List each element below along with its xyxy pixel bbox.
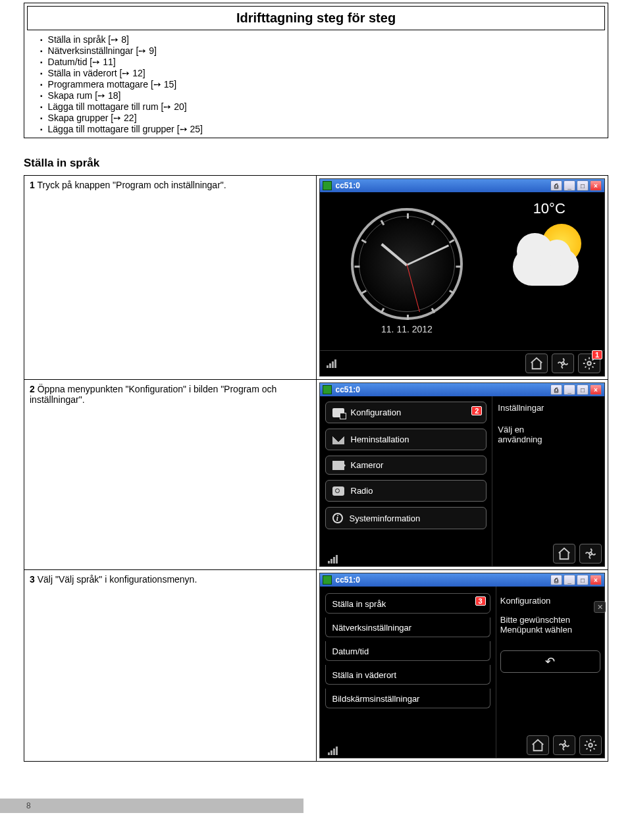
step-text: Öppna menypunkten "Konfiguration" i bild… xyxy=(30,384,276,405)
menu-item-kameror[interactable]: Kameror xyxy=(325,456,487,475)
gear-icon xyxy=(583,738,598,752)
minimize-button[interactable]: _ xyxy=(564,384,575,395)
menu-item-systeminformation[interactable]: i Systeminformation xyxy=(325,507,487,529)
toc-item: Ställa in språk [➙ 8] xyxy=(40,34,605,45)
print-icon[interactable]: ⎙ xyxy=(550,575,562,585)
scroll-handle[interactable]: ✕ xyxy=(594,601,606,616)
fan-button[interactable] xyxy=(553,735,575,755)
minute-hand xyxy=(406,245,449,266)
menu-item-konfiguration[interactable]: Konfiguration 2 xyxy=(325,402,487,423)
toc-item: Programmera mottagare [➙ 15] xyxy=(40,79,605,90)
steps-table: 1 Tryck på knappen "Program och inställn… xyxy=(24,175,608,762)
panel-title: Konfiguration xyxy=(500,596,600,606)
scroll-dot-icon: ✕ xyxy=(594,601,606,613)
app-icon xyxy=(323,575,332,585)
step-text: Tryck på knappen "Program och inställnin… xyxy=(37,180,226,190)
list-item-bildskarm[interactable]: Bildskärmsinställningar xyxy=(325,689,490,708)
analog-clock xyxy=(351,208,463,320)
window-title: cc51:0 xyxy=(336,575,360,585)
hour-hand xyxy=(381,243,408,266)
print-icon[interactable]: ⎙ xyxy=(550,384,562,395)
home-button[interactable] xyxy=(553,544,575,564)
print-icon[interactable]: ⎙ xyxy=(550,180,562,191)
bottom-toolbar: 1 xyxy=(320,350,605,376)
home-icon xyxy=(529,356,544,371)
panel-text: användning xyxy=(498,434,599,444)
second-hand xyxy=(406,264,419,312)
section-heading: Ställa in språk xyxy=(24,157,608,170)
config-icon xyxy=(332,408,344,417)
toc-item: Nätverksinställningar [➙ 9] xyxy=(40,45,605,56)
list-item-vaderort[interactable]: Ställa in väderort xyxy=(325,665,490,685)
toc-item: Lägga till mottagare till grupper [➙ 25] xyxy=(40,124,605,134)
fan-icon xyxy=(557,738,571,752)
step-number: 3 xyxy=(30,574,35,585)
step-text: Välj "Välj språk" i konfigurationsmenyn. xyxy=(38,574,198,585)
minimize-button[interactable]: _ xyxy=(564,180,575,191)
menu-item-label: Heminstallation xyxy=(351,434,409,444)
document-frame: Idrifttagning steg för steg Ställa in sp… xyxy=(24,3,608,138)
list-item-label: Ställa in språk xyxy=(332,599,386,609)
fan-icon xyxy=(556,356,570,371)
toc-list: Ställa in språk [➙ 8] Nätverksinställnin… xyxy=(31,34,605,134)
fan-button[interactable] xyxy=(552,354,574,373)
menu-item-label: Radio xyxy=(351,486,373,496)
maximize-button[interactable]: □ xyxy=(577,384,589,395)
maximize-button[interactable]: □ xyxy=(577,180,589,191)
fan-icon xyxy=(583,546,598,561)
window-title: cc51:0 xyxy=(336,385,360,394)
home-icon xyxy=(531,738,545,752)
callout-badge-2: 2 xyxy=(471,406,482,415)
back-button[interactable]: ↶ xyxy=(500,650,600,673)
weather-icon xyxy=(513,224,585,290)
info-icon: i xyxy=(332,513,343,523)
menu-item-radio[interactable]: Radio xyxy=(325,480,487,502)
close-button[interactable]: × xyxy=(590,575,602,585)
home-button[interactable] xyxy=(525,354,548,373)
step-number: 1 xyxy=(30,180,35,190)
svg-point-2 xyxy=(589,552,592,555)
close-button[interactable]: × xyxy=(590,180,602,191)
svg-point-4 xyxy=(589,743,592,747)
signal-icon xyxy=(327,359,336,368)
list-item-label: Nätverksinställningar xyxy=(332,623,412,633)
temperature-label: 10°C xyxy=(533,200,566,217)
toc-item: Ställa in väderort [➙ 12] xyxy=(40,68,605,78)
callout-badge-1: 1 xyxy=(592,350,602,359)
side-panel: Inställningar Välj en användning xyxy=(492,396,604,566)
list-item-natverk[interactable]: Nätverksinställningar xyxy=(325,617,490,637)
panel-text: Välj en xyxy=(498,425,599,434)
list-item-sprak[interactable]: Ställa in språk 3 xyxy=(325,593,490,614)
list-item-datumtid[interactable]: Datum/tid xyxy=(325,641,490,661)
svg-point-1 xyxy=(587,361,591,365)
menu-item-label: Systeminformation xyxy=(350,513,421,523)
date-label: 11. 11. 2012 xyxy=(381,324,433,334)
toc-item: Lägga till mottagare till rum [➙ 20] xyxy=(40,101,605,112)
svg-point-0 xyxy=(562,362,564,365)
wrench-icon xyxy=(332,435,344,444)
list-item-label: Ställa in väderort xyxy=(332,670,397,680)
screenshot-step2: cc51:0 ⎙ _ □ × Konfiguration xyxy=(319,382,606,567)
settings-button[interactable]: 1 xyxy=(578,354,600,373)
menu-item-heminstallation[interactable]: Heminstallation xyxy=(325,429,487,450)
step-number: 2 xyxy=(30,384,35,394)
back-icon: ↶ xyxy=(545,654,555,669)
toc-item: Datum/tid [➙ 11] xyxy=(40,57,605,67)
panel-title: Inställningar xyxy=(498,403,599,413)
minimize-button[interactable]: _ xyxy=(564,575,575,585)
home-button[interactable] xyxy=(527,735,549,755)
list-item-label: Bildskärmsinställningar xyxy=(332,694,420,704)
panel-text: Bitte gewünschten xyxy=(500,615,600,625)
settings-button[interactable] xyxy=(579,735,602,755)
app-icon xyxy=(323,181,332,190)
radio-icon xyxy=(332,486,344,496)
maximize-button[interactable]: □ xyxy=(577,575,589,585)
app-icon xyxy=(323,385,332,394)
side-panel: ✕ Konfiguration Bitte gewünschten Menüpu… xyxy=(496,587,604,758)
signal-icon xyxy=(328,746,490,755)
page-title: Idrifttagning steg för steg xyxy=(27,6,605,30)
fan-button[interactable] xyxy=(579,544,602,564)
close-button[interactable]: × xyxy=(590,384,602,395)
screenshot-step1: cc51:0 ⎙ _ □ × xyxy=(319,178,606,377)
panel-text: Menüpunkt wählen xyxy=(500,625,600,635)
